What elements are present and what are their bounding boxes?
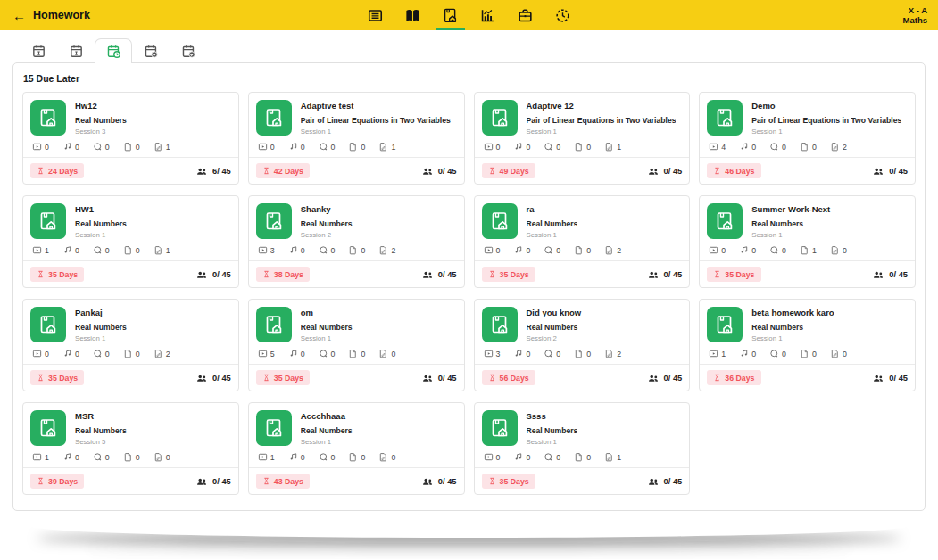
- stat-count: 2: [391, 246, 395, 255]
- homework-card[interactable]: Adaptive 12 Pair of Linear Equations in …: [474, 92, 691, 185]
- students-summary: 0/ 45: [647, 268, 683, 281]
- questions-icon: [319, 142, 328, 152]
- homework-card[interactable]: Accchhaaa Real Numbers Session 1 1: [248, 402, 465, 495]
- video-icon: [258, 452, 268, 462]
- stat-count: 3: [270, 246, 275, 255]
- homework-card[interactable]: om Real Numbers Session 1 5: [248, 299, 465, 391]
- card-title: Adaptive test: [301, 101, 451, 111]
- performance-chart-icon[interactable]: [469, 0, 507, 30]
- students-group-icon: [421, 372, 434, 384]
- card-title: MSR: [75, 411, 127, 421]
- document-icon: [348, 142, 358, 152]
- homework-card[interactable]: Pankaj Real Numbers Session 1 0: [22, 299, 239, 391]
- card-stats: 0 0 0: [482, 245, 683, 255]
- homework-card[interactable]: HW1 Real Numbers Session 1 1: [22, 195, 239, 288]
- due-badge-label: 35 Days: [48, 374, 78, 383]
- top-nav: [357, 0, 582, 30]
- notes-icon[interactable]: [357, 0, 394, 30]
- stat-count: 1: [45, 246, 49, 255]
- tab-calendar-1[interactable]: [20, 38, 57, 63]
- homework-card[interactable]: Adaptive test Pair of Linear Equations i…: [248, 92, 465, 185]
- video-icon: [258, 349, 268, 358]
- due-badge-label: 39 Days: [48, 477, 78, 486]
- card-topic: Real Numbers: [527, 426, 578, 435]
- back-arrow-icon[interactable]: ←: [12, 8, 26, 23]
- tab-calendar-2[interactable]: [57, 38, 95, 63]
- homework-card[interactable]: Shanky Real Numbers Session 2 3: [248, 195, 465, 288]
- students-count: 0/ 45: [889, 374, 908, 383]
- card-topic: Real Numbers: [527, 323, 582, 332]
- video-icon: [32, 452, 42, 462]
- homework-card[interactable]: beta homework karo Real Numbers Session …: [699, 299, 916, 391]
- due-badge-label: 24 Days: [48, 167, 78, 176]
- homework-card[interactable]: Summer Work-Next Real Numbers Session 1 …: [699, 195, 916, 288]
- stat-count: 0: [105, 453, 110, 462]
- stat-count: 0: [556, 350, 560, 358]
- homework-icon[interactable]: [432, 0, 469, 30]
- homework-tabs: [20, 37, 938, 62]
- homework-book-icon: [482, 203, 518, 239]
- homework-card[interactable]: Did you know Real Numbers Session 2 3: [474, 299, 691, 391]
- tab-calendar-check-1[interactable]: [132, 38, 170, 63]
- audio-icon: [62, 349, 72, 358]
- students-summary: 0/ 45: [647, 372, 683, 384]
- document-icon: [574, 142, 584, 152]
- homework-book-icon: [256, 100, 292, 136]
- document-icon: [800, 245, 809, 255]
- document-icon: [123, 245, 133, 255]
- worksheet-icon: [604, 452, 614, 462]
- due-badge: 35 Days: [482, 474, 535, 489]
- tab-due-later[interactable]: [95, 38, 132, 63]
- homework-card[interactable]: MSR Real Numbers Session 5 1: [22, 402, 239, 495]
- card-topic: Real Numbers: [527, 219, 578, 228]
- worksheet-icon: [378, 349, 388, 358]
- students-count: 0/ 45: [664, 167, 683, 176]
- stat-count: 0: [361, 453, 365, 462]
- card-title: Did you know: [527, 308, 582, 317]
- stat-count: 2: [843, 143, 847, 152]
- card-stats: 0 0 0: [30, 142, 231, 152]
- history-clock-icon[interactable]: [544, 0, 582, 30]
- due-badge: 46 Days: [707, 163, 760, 178]
- homework-card[interactable]: ra Real Numbers Session 1 0: [474, 195, 691, 288]
- book-icon[interactable]: [394, 0, 432, 30]
- stat-count: 1: [270, 453, 275, 462]
- stat-count: 0: [331, 143, 336, 152]
- tab-calendar-check-2[interactable]: [170, 38, 207, 63]
- card-stats: 0 0 0: [707, 245, 908, 255]
- due-badge: 49 Days: [482, 163, 535, 178]
- card-stats: 1 0 0: [256, 452, 457, 462]
- due-badge-label: 42 Days: [274, 167, 303, 176]
- homework-book-icon: [482, 410, 518, 446]
- video-icon: [258, 142, 268, 152]
- cards-grid: Hw12 Real Numbers Session 3 0: [13, 90, 925, 509]
- card-session: Session 1: [301, 438, 353, 446]
- students-count: 0/ 45: [889, 270, 908, 279]
- card-session: Session 1: [75, 231, 127, 239]
- due-badge-label: 35 Days: [500, 477, 529, 486]
- card-topic: Real Numbers: [301, 219, 353, 228]
- due-badge-label: 49 Days: [500, 167, 529, 176]
- homework-book-icon: [30, 100, 66, 136]
- students-group-icon: [647, 165, 660, 177]
- stat-count: 0: [391, 453, 395, 462]
- stat-count: 0: [496, 246, 501, 255]
- classwork-bag-icon[interactable]: [507, 0, 544, 30]
- due-badge-label: 36 Days: [725, 374, 754, 383]
- students-count: 0/ 45: [212, 477, 231, 486]
- students-count: 0/ 45: [212, 374, 231, 383]
- students-summary: 0/ 45: [421, 268, 457, 281]
- hourglass-icon: [488, 374, 496, 382]
- students-summary: 0/ 45: [647, 165, 683, 177]
- homework-card[interactable]: Ssss Real Numbers Session 1 0: [474, 402, 691, 495]
- card-session: Session 1: [751, 231, 830, 239]
- card-session: Session 1: [527, 438, 578, 446]
- hourglass-icon: [488, 167, 496, 175]
- card-topic: Real Numbers: [75, 323, 127, 332]
- audio-icon: [739, 245, 749, 255]
- hourglass-icon: [37, 270, 45, 278]
- card-title: HW1: [75, 204, 127, 214]
- homework-card[interactable]: Hw12 Real Numbers Session 3 0: [22, 92, 239, 185]
- homework-card[interactable]: Demo Pair of Linear Equations in Two Var…: [699, 92, 916, 185]
- homework-book-icon: [256, 307, 292, 342]
